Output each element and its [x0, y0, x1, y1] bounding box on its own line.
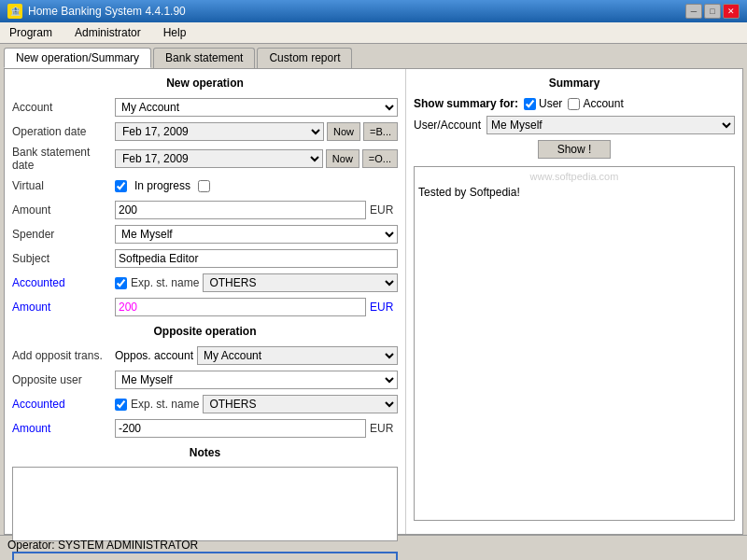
spender-row: Spender Me Myself	[12, 224, 398, 245]
accounted-label-2: Accounted	[12, 398, 115, 411]
opposite-user-label: Opposite user	[12, 373, 115, 386]
show-button[interactable]: Show !	[538, 140, 612, 159]
close-button[interactable]: ✕	[723, 4, 740, 19]
user-label: User	[539, 97, 562, 110]
operation-date-now-button[interactable]: Now	[327, 122, 360, 141]
user-account-label: User/Account	[414, 119, 481, 132]
new-operation-title: New operation	[12, 77, 398, 90]
exp-st-select-1[interactable]: OTHERS	[203, 273, 398, 292]
add-opposite-label: Add opposit trans.	[12, 349, 115, 362]
exp-st-name-label-1: Exp. st. name	[131, 276, 199, 289]
opposite-operation-title: Opposite operation	[12, 325, 398, 338]
amount-blue-label-2: Amount	[12, 422, 115, 435]
accounted-label-1: Accounted	[12, 276, 115, 289]
show-summary-label: Show summary for:	[414, 97, 518, 110]
tab-bar: New operation/Summary Bank statement Cus…	[0, 44, 747, 68]
notes-textarea[interactable]	[12, 467, 398, 541]
subject-input[interactable]	[115, 249, 398, 268]
operation-date-row: Operation date Feb 17, 2009 Now =B...	[12, 121, 398, 142]
account-checkbox[interactable]	[568, 98, 580, 110]
user-checkbox[interactable]	[524, 98, 536, 110]
operation-date-input[interactable]: Feb 17, 2009	[115, 122, 324, 141]
account-label: Account	[12, 101, 115, 114]
summary-content: Tested by Softpedia!	[418, 186, 730, 199]
operation-date-label: Operation date	[12, 125, 115, 138]
menu-help[interactable]: Help	[158, 24, 192, 41]
right-panel: Summary Show summary for: User Account U…	[406, 69, 742, 534]
accounted-checkbox-1[interactable]	[115, 277, 127, 289]
amount-blue-input-2[interactable]	[115, 419, 366, 438]
currency-blue-label-1: EUR	[370, 301, 398, 314]
oppos-account-label: Oppos. account	[115, 349, 193, 362]
bank-statement-date-input[interactable]: Feb 17, 2009	[115, 149, 323, 168]
operation-date-eqb-button[interactable]: =B...	[363, 122, 398, 141]
account-select[interactable]: My Account	[115, 98, 398, 117]
bank-statement-date-row: Bank statement date Feb 17, 2009 Now =O.…	[12, 146, 398, 172]
tab-new-operation-summary[interactable]: New operation/Summary	[4, 48, 151, 68]
menu-administrator[interactable]: Administrator	[69, 24, 147, 41]
opposite-user-select[interactable]: Me Myself	[115, 371, 398, 389]
summary-title: Summary	[414, 77, 735, 90]
title-bar: 🏦 Home Banking System 4.4.1.90 ─ □ ✕	[0, 0, 747, 22]
opposite-operation-section: Opposite operation Add opposit trans. Op…	[12, 325, 398, 439]
account-checkbox-label[interactable]: Account	[568, 97, 623, 110]
virtual-checkbox[interactable]	[115, 180, 127, 192]
user-account-select[interactable]: Me Myself	[486, 116, 735, 134]
left-panel: New operation Account My Account Operati…	[5, 69, 406, 534]
user-account-row: User/Account Me Myself	[414, 116, 735, 134]
subject-row: Subject	[12, 248, 398, 269]
opposite-user-row: Opposite user Me Myself	[12, 370, 398, 390]
spender-label: Spender	[12, 228, 115, 241]
account-label: Account	[583, 97, 623, 110]
amount-input[interactable]	[115, 201, 366, 219]
bank-date-eqo-button[interactable]: =O...	[362, 149, 398, 168]
currency-label: EUR	[370, 203, 398, 217]
maximize-button[interactable]: □	[704, 4, 721, 19]
account-row: Account My Account	[12, 97, 398, 118]
in-progress-checkbox[interactable]	[198, 180, 210, 192]
status-text: Operator: SYSTEM ADMINISTRATOR	[7, 539, 198, 552]
amount-blue-label-1: Amount	[12, 301, 115, 314]
bank-statement-date-label: Bank statement date	[12, 146, 115, 172]
summary-text-area: www.softpedia.com Tested by Softpedia!	[414, 166, 735, 521]
watermark: www.softpedia.com	[418, 171, 730, 182]
virtual-row: Virtual In progress	[12, 175, 398, 196]
amount-row: Amount EUR	[12, 200, 398, 220]
subject-label: Subject	[12, 252, 115, 265]
amount-blue-input-1[interactable]	[115, 298, 366, 316]
menu-program[interactable]: Program	[4, 24, 58, 41]
notes-title: Notes	[12, 446, 398, 459]
bank-date-now-button[interactable]: Now	[326, 149, 359, 168]
tab-custom-report[interactable]: Custom report	[257, 48, 352, 68]
accounted-row-1: Accounted Exp. st. name OTHERS	[12, 273, 398, 293]
add-operation-button[interactable]: aF2 Add operation	[12, 552, 398, 560]
amount-blue-row-1: Amount EUR	[12, 297, 398, 317]
amount-label: Amount	[12, 203, 115, 217]
tab-bank-statement[interactable]: Bank statement	[153, 48, 255, 68]
user-checkbox-label[interactable]: User	[524, 97, 562, 110]
summary-header: Show summary for: User Account	[414, 97, 735, 110]
exp-st-select-2[interactable]: OTHERS	[203, 395, 398, 413]
currency-label-2: EUR	[370, 422, 398, 435]
exp-st-name-label-2: Exp. st. name	[131, 398, 199, 411]
minimize-button[interactable]: ─	[685, 4, 702, 19]
add-opposite-row: Add opposit trans. Oppos. account My Acc…	[12, 345, 398, 366]
menu-bar: Program Administrator Help	[0, 22, 747, 44]
main-area: New operation Account My Account Operati…	[4, 68, 743, 535]
window-title: Home Banking System 4.4.1.90	[28, 5, 186, 18]
notes-section: Notes	[12, 446, 398, 544]
virtual-label: Virtual	[12, 179, 115, 192]
amount-row-opposite: Amount EUR	[12, 418, 398, 439]
accounted-checkbox-2[interactable]	[115, 399, 127, 411]
in-progress-label: In progress	[134, 179, 190, 192]
accounted-row-2: Accounted Exp. st. name OTHERS	[12, 394, 398, 414]
oppos-account-select[interactable]: My Account	[197, 346, 398, 365]
spender-select[interactable]: Me Myself	[115, 225, 398, 244]
app-icon: 🏦	[7, 4, 22, 19]
